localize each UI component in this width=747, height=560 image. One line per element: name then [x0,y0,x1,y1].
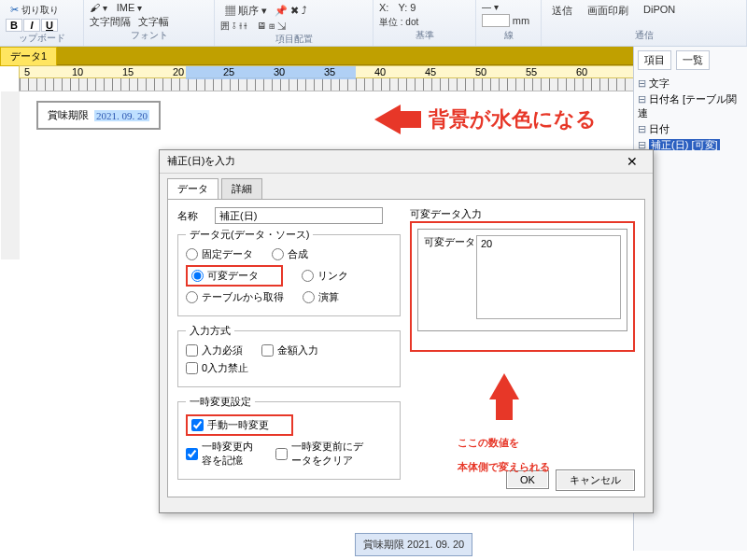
variable-data-panel: 可変データ 20 [410,221,635,352]
tab-data[interactable]: データ [167,178,218,200]
side-tree[interactable]: 文字 日付名 [テーブル関連 日付 補正(日) [可変] [638,76,743,153]
cut-button[interactable]: ✂ 切り取り [6,2,63,19]
line-width-input[interactable] [482,14,510,27]
base-group-label: 基準 [379,29,470,44]
data-source-group: データ元(データ・ソース) 固定データ 合成 可変データ リンク テーブルから取… [177,228,401,316]
align-group-label: 項目配置 [220,33,367,48]
variable-input-legend: 可変データ入力 [410,207,482,221]
mirror-preview: 賞味期限 2021. 09. 20 [355,533,472,556]
input-method-group: 入力方式 入力必須 金額入力 0入力禁止 [177,324,401,387]
dialog-correction-input: 補正(日)を入力 ✕ データ 詳細 名称 データ元(データ・ソース) 固定データ… [159,149,654,513]
tree-item: 日付名 [テーブル関連 [638,91,743,121]
radio-fixed[interactable]: 固定データ [186,247,253,261]
check-nozero[interactable]: 0入力禁止 [186,361,248,375]
font-group-label: フォント [90,29,208,44]
check-remember[interactable]: 一時変更内容を記憶 [186,440,257,468]
variable-label: 可変データ [424,235,476,325]
tree-item: 日付 [638,121,743,137]
cancel-button[interactable]: キャンセル [556,469,635,491]
label-date-selected[interactable]: 2021. 09. 20 [94,110,149,121]
radio-calc[interactable]: 演算 [303,290,339,304]
ribbon: ✂ 切り取り BIU ップボード 🖌 ▾ IME ▾ 文字間隔文字幅 フォント … [0,0,747,47]
tree-item: 文字 [638,76,743,91]
radio-synth[interactable]: 合成 [272,247,308,261]
bold-italic-underline[interactable]: BIU [6,19,78,32]
check-clear[interactable]: 一時変更前にデータをクリア [275,440,374,468]
print-button[interactable]: 画面印刷 [583,2,633,20]
radio-link[interactable]: リンク [302,269,348,283]
dialog-title: 補正(日)を入力 [167,154,235,169]
close-icon[interactable]: ✕ [619,154,645,169]
name-field[interactable] [215,207,383,224]
check-amount[interactable]: 金額入力 [261,343,318,357]
temp-change-group: 一時変更設定 手動一時変更 一時変更内容を記憶 一時変更前にデータをクリア [177,395,401,480]
annotation-background-blue: 背景が水色になる [374,105,597,134]
document-tab[interactable]: データ1 [0,47,57,66]
clipboard-group-label: ップボード [6,32,78,47]
side-tab-items[interactable]: 項目 [638,50,671,70]
tab-detail[interactable]: 詳細 [221,178,262,200]
radio-variable[interactable]: 可変データ [191,269,259,283]
line-group-label: 線 [482,29,535,44]
side-tab-list[interactable]: 一覧 [676,50,710,70]
dipon-button[interactable]: DiPON [639,2,680,20]
label-object[interactable]: 賞味期限 2021. 09. 20 [36,101,161,130]
radio-table[interactable]: テーブルから取得 [186,290,284,304]
comm-group-label: 通信 [547,29,740,44]
tree-item-selected: 補正(日) [可変] [649,139,720,150]
variable-data-textarea[interactable]: 20 [476,235,621,319]
order-button[interactable]: ▦ 順序 ▾ [220,2,272,20]
name-label: 名称 [177,209,215,223]
check-manual[interactable]: 手動一時変更 [191,418,269,432]
send-button[interactable]: 送信 [547,2,577,20]
check-required[interactable]: 入力必須 [186,343,243,357]
label-text: 賞味期限 [48,108,89,122]
annotation-change-value: ここの数値を本体側で変えられる [458,373,550,476]
